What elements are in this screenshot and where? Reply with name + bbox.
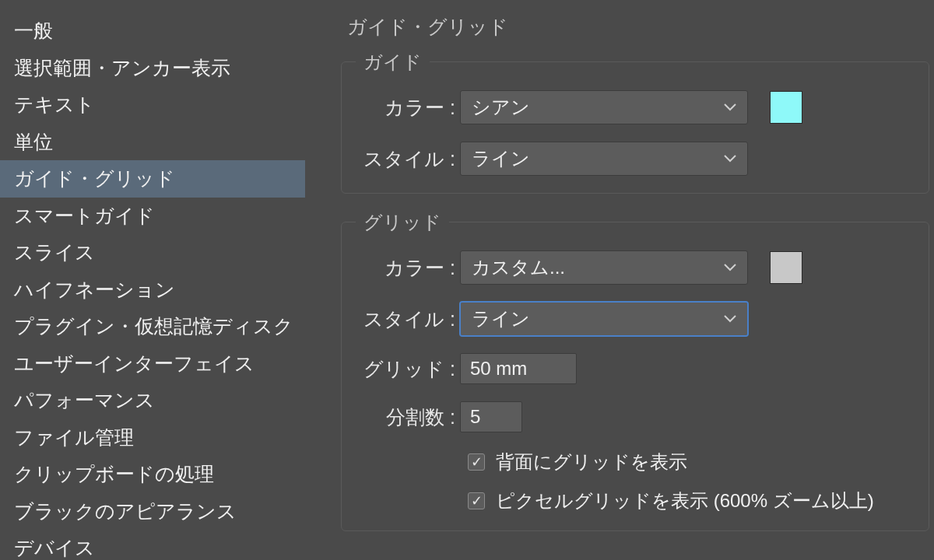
sidebar-item-hyphenation[interactable]: ハイフネーション — [0, 271, 305, 309]
grid-show-back-label: 背面にグリッドを表示 — [496, 450, 687, 474]
sidebar-item-devices[interactable]: デバイス — [0, 530, 305, 560]
grid-subdiv-input[interactable] — [460, 401, 522, 432]
sidebar-item-clipboard[interactable]: クリップボードの処理 — [0, 456, 305, 493]
chevron-down-icon — [724, 315, 736, 323]
grid-subdiv-label: 分割数 : — [354, 404, 460, 430]
grid-spacing-input[interactable] — [460, 353, 577, 384]
sidebar-item-selection-anchor[interactable]: 選択範囲・アンカー表示 — [0, 50, 305, 87]
sidebar-item-guides-grid[interactable]: ガイド・グリッド — [0, 160, 305, 198]
sidebar-item-text[interactable]: テキスト — [0, 86, 305, 124]
grid-color-select[interactable]: カスタム... — [460, 250, 748, 285]
sidebar-item-label: ユーザーインターフェイス — [14, 352, 255, 374]
grid-color-label: カラー : — [354, 255, 460, 281]
grid-show-pixel-label: ピクセルグリッドを表示 (600% ズーム以上) — [496, 488, 874, 513]
grid-color-swatch[interactable] — [770, 251, 802, 284]
sidebar-item-label: 選択範囲・アンカー表示 — [14, 57, 230, 79]
guide-group-legend: ガイド — [356, 50, 430, 75]
sidebar-item-file-handling[interactable]: ファイル管理 — [0, 419, 305, 457]
sidebar-item-black-appearance[interactable]: ブラックのアピアランス — [0, 493, 305, 530]
sidebar-item-slices[interactable]: スライス — [0, 234, 305, 271]
sidebar-item-label: ガイド・グリッド — [14, 167, 175, 189]
guide-color-row: カラー : シアン — [354, 90, 916, 124]
grid-show-pixel-checkbox[interactable] — [468, 492, 485, 509]
grid-color-row: カラー : カスタム... — [354, 250, 916, 285]
sidebar-item-units[interactable]: 単位 — [0, 124, 305, 161]
sidebar-item-user-interface[interactable]: ユーザーインターフェイス — [0, 345, 305, 383]
sidebar-item-label: ハイフネーション — [14, 278, 175, 300]
chevron-down-icon — [724, 103, 736, 111]
grid-style-label: スタイル : — [354, 306, 460, 332]
chevron-down-icon — [724, 155, 736, 163]
sidebar-item-smart-guides[interactable]: スマートガイド — [0, 198, 305, 235]
sidebar-item-label: スライス — [14, 241, 95, 263]
sidebar-item-label: クリップボードの処理 — [14, 463, 214, 485]
guide-style-row: スタイル : ライン — [354, 142, 916, 176]
sidebar-item-label: パフォーマンス — [14, 389, 155, 411]
grid-group: グリッド カラー : カスタム... スタイル : ライン — [341, 222, 929, 531]
main-panel: ガイド・グリッド ガイド カラー : シアン スタイル : ライン — [305, 0, 934, 560]
sidebar-item-performance[interactable]: パフォーマンス — [0, 382, 305, 419]
sidebar: 一般 選択範囲・アンカー表示 テキスト 単位 ガイド・グリッド スマートガイド … — [0, 0, 305, 560]
guide-color-label: カラー : — [354, 95, 460, 121]
sidebar-item-label: ブラックのアピアランス — [14, 500, 237, 522]
sidebar-item-label: ファイル管理 — [14, 426, 134, 448]
sidebar-item-label: スマートガイド — [14, 205, 155, 226]
sidebar-item-plugins-scratch[interactable]: プラグイン・仮想記憶ディスク — [0, 308, 305, 345]
grid-show-back-row: 背面にグリッドを表示 — [468, 450, 916, 474]
sidebar-item-label: 一般 — [14, 19, 53, 41]
grid-subdiv-row: 分割数 : — [354, 401, 916, 432]
guide-style-select[interactable]: ライン — [460, 142, 748, 176]
guide-color-swatch[interactable] — [770, 91, 802, 124]
preferences-window: 一般 選択範囲・アンカー表示 テキスト 単位 ガイド・グリッド スマートガイド … — [0, 0, 934, 560]
sidebar-item-label: 単位 — [14, 131, 53, 152]
sidebar-item-label: テキスト — [14, 93, 95, 115]
page-title: ガイド・グリッド — [336, 14, 934, 40]
grid-style-row: スタイル : ライン — [354, 302, 916, 336]
guide-group: ガイド カラー : シアン スタイル : ライン — [341, 61, 929, 194]
chevron-down-icon — [724, 264, 736, 271]
grid-show-back-checkbox[interactable] — [468, 453, 485, 471]
grid-style-select[interactable]: ライン — [460, 302, 748, 336]
sidebar-item-label: プラグイン・仮想記憶ディスク — [14, 315, 293, 337]
grid-spacing-label: グリッド : — [354, 356, 460, 382]
guide-color-select[interactable]: シアン — [460, 90, 748, 124]
sidebar-item-general[interactable]: 一般 — [0, 12, 305, 50]
grid-group-legend: グリッド — [356, 210, 449, 235]
guide-style-value: ライン — [472, 146, 530, 171]
grid-spacing-row: グリッド : — [354, 353, 916, 384]
grid-color-value: カスタム... — [472, 255, 565, 280]
sidebar-item-label: デバイス — [14, 537, 95, 558]
grid-style-value: ライン — [472, 306, 530, 331]
guide-style-label: スタイル : — [354, 146, 460, 172]
guide-color-value: シアン — [472, 95, 530, 120]
grid-show-pixel-row: ピクセルグリッドを表示 (600% ズーム以上) — [468, 488, 916, 513]
